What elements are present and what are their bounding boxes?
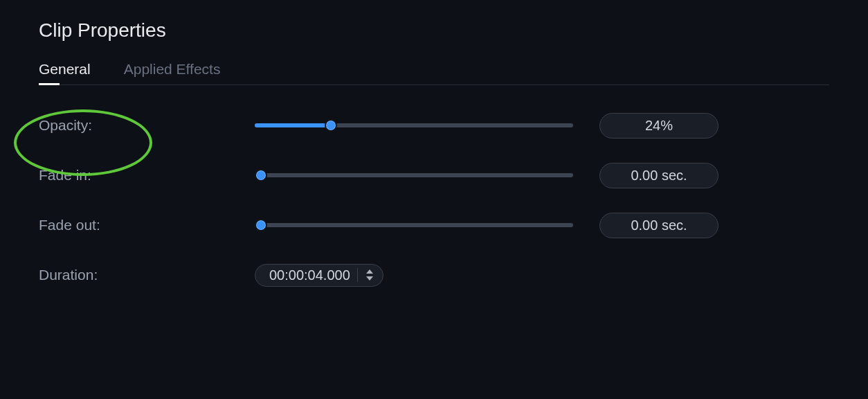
duration-stepper[interactable]: 00:00:04.000 [255, 264, 383, 287]
tabs: General Applied Effects [39, 61, 829, 85]
opacity-slider[interactable] [255, 123, 573, 127]
fade-in-slider[interactable] [255, 173, 573, 177]
fade-in-label: Fade in: [39, 167, 255, 184]
triangle-down-icon [366, 276, 373, 281]
tab-general[interactable]: General [39, 61, 91, 85]
fade-in-value[interactable]: 0.00 sec. [599, 163, 718, 188]
duration-step-down[interactable] [365, 275, 374, 282]
fade-in-slider-thumb[interactable] [255, 169, 267, 181]
opacity-label: Opacity: [39, 117, 255, 134]
duration-value: 00:00:04.000 [269, 267, 357, 283]
duration-step-up[interactable] [365, 268, 374, 275]
triangle-up-icon [366, 269, 373, 274]
fade-out-slider[interactable] [255, 223, 573, 227]
opacity-slider-fill [255, 123, 331, 127]
fade-out-label: Fade out: [39, 217, 255, 233]
opacity-slider-thumb[interactable] [325, 119, 337, 132]
tab-applied-effects[interactable]: Applied Effects [124, 61, 221, 85]
page-title: Clip Properties [39, 19, 829, 42]
duration-label: Duration: [39, 267, 255, 283]
opacity-value[interactable]: 24% [599, 113, 718, 139]
fade-out-value[interactable]: 0.00 sec. [599, 213, 718, 238]
fade-out-slider-thumb[interactable] [255, 219, 267, 231]
